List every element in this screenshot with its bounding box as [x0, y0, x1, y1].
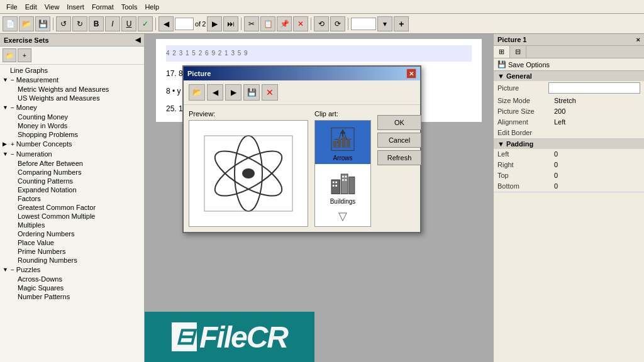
right-panel-title: Picture 1 — [497, 36, 526, 43]
delete-button[interactable]: ✕ — [293, 16, 308, 31]
clipart-thumb-arrows — [324, 123, 362, 155]
menu-view[interactable]: View — [41, 2, 64, 12]
sidebar-tool-2[interactable]: + — [18, 48, 31, 62]
check-button[interactable]: ✓ — [138, 16, 153, 31]
tree-item-gcf[interactable]: Greatest Common Factor — [0, 203, 144, 212]
menu-format[interactable]: Format — [88, 2, 118, 12]
menu-edit[interactable]: Edit — [21, 2, 41, 12]
tree-item-metric[interactable]: Metric Weights and Measures — [0, 85, 144, 94]
tree-cat-puzzles[interactable]: ▼ − Puzzles — [0, 265, 144, 275]
forward-button[interactable]: ▶ — [207, 16, 222, 31]
tree-item-lcm[interactable]: Lowest Common Multiple — [0, 212, 144, 221]
tree-item-magic-squares[interactable]: Magic Squares — [0, 283, 144, 292]
open-button[interactable]: 📂 — [19, 16, 34, 31]
watermark-text: ⊟ FileCR — [172, 320, 287, 354]
bold-button[interactable]: B — [89, 16, 104, 31]
dialog-save-button[interactable]: 💾 — [243, 84, 260, 101]
tree-item-expanded[interactable]: Expanded Notation — [0, 185, 144, 194]
tree-item-num-patterns[interactable]: Number Patterns — [0, 292, 144, 301]
tree-item-counting-patterns[interactable]: Counting Patterns — [0, 177, 144, 185]
prop-pad-top-value: 0 — [554, 172, 640, 179]
sidebar-tools: 📁 + — [0, 47, 144, 65]
prop-picture-input[interactable] — [548, 82, 640, 94]
dialog-refresh-button[interactable]: Refresh — [377, 150, 421, 165]
tree-item-money-words[interactable]: Money in Words — [0, 121, 144, 130]
svg-rect-18 — [333, 181, 335, 183]
italic-button[interactable]: I — [105, 16, 120, 31]
main-layout: Exercise Sets ◀ 📁 + Line Graphs ▼ − Meas… — [0, 34, 644, 362]
cat-icon-money: − — [11, 104, 14, 111]
svg-rect-24 — [342, 179, 344, 181]
toolbar-sep-2 — [155, 18, 156, 30]
zoom-dropdown-button[interactable]: ▾ — [377, 16, 392, 31]
paste-button[interactable]: 📌 — [277, 16, 292, 31]
tree-item-linegraphs[interactable]: Line Graphs — [0, 66, 144, 75]
clipart-list[interactable]: Arrows — [314, 120, 371, 227]
new-button[interactable]: 📄 — [3, 16, 18, 31]
prop-sizemode-label: Size Mode — [497, 97, 554, 104]
right-panel-close-icon[interactable]: × — [636, 36, 640, 43]
menu-help[interactable]: Help — [141, 2, 163, 12]
tree-item-factors[interactable]: Factors — [0, 194, 144, 203]
undo-button[interactable]: ↺ — [56, 16, 71, 31]
menu-file[interactable]: File — [3, 2, 21, 12]
tree-item-shopping[interactable]: Shopping Problems — [0, 130, 144, 139]
tab-properties[interactable]: ⊞ — [494, 46, 510, 58]
copy-button[interactable]: 📋 — [260, 16, 275, 31]
tab-extra[interactable]: ⊟ — [510, 46, 526, 58]
redo-button[interactable]: ↻ — [72, 16, 87, 31]
svg-rect-14 — [347, 138, 350, 147]
dialog-open-button[interactable]: 📂 — [189, 84, 205, 101]
tree-cat-money[interactable]: ▼ − Money — [0, 102, 144, 112]
tree-item-counting-money[interactable]: Counting Money — [0, 112, 144, 121]
tree-item-bab[interactable]: Before After Between — [0, 159, 144, 168]
tree-item-across-downs[interactable]: Across-Downs — [0, 275, 144, 283]
tree-cat-numeration[interactable]: ▼ − Numeration — [0, 149, 144, 159]
tree-cat-numconcepts[interactable]: ▶ + Number Concepts — [0, 139, 144, 149]
svg-rect-23 — [345, 175, 347, 177]
dialog-cancel-button[interactable]: Cancel — [377, 133, 421, 148]
page-current-input[interactable]: 1 — [175, 18, 194, 30]
tree-item-prime[interactable]: Prime Numbers — [0, 247, 144, 256]
back-button[interactable]: ◀ — [158, 16, 174, 31]
sidebar-collapse-icon[interactable]: ◀ — [135, 36, 140, 44]
tree-item-rounding[interactable]: Rounding Numbers — [0, 256, 144, 265]
zoom-input[interactable]: 66% — [351, 18, 376, 30]
dialog-ok-button[interactable]: OK — [377, 115, 421, 130]
redo2-button[interactable]: ⟳ — [330, 16, 345, 31]
save-button[interactable]: 💾 — [35, 16, 50, 31]
dialog-close-button[interactable]: ✕ — [406, 69, 416, 79]
underline-button[interactable]: U — [121, 16, 136, 31]
undo2-button[interactable]: ⟲ — [314, 16, 329, 31]
right-panel-save[interactable]: 💾 Save Options — [494, 58, 644, 71]
dialog-delete-button[interactable]: ✕ — [262, 84, 278, 101]
clipart-name-buildings: Buildings — [318, 198, 368, 205]
right-panel: Picture 1 × ⊞ ⊟ 💾 Save Options ▼ General… — [493, 34, 644, 362]
menu-insert[interactable]: Insert — [63, 2, 88, 12]
sidebar-tool-1[interactable]: 📁 — [3, 48, 16, 62]
tree-item-ordering[interactable]: Ordering Numbers — [0, 229, 144, 238]
cut-button[interactable]: ✂ — [244, 16, 259, 31]
prop-pad-bottom-value: 0 — [554, 182, 640, 190]
svg-rect-21 — [335, 185, 337, 187]
cat-label-numconcepts: Number Concepts — [16, 140, 72, 148]
tree-item-comparing[interactable]: Comparing Numbers — [0, 168, 144, 177]
tree-item-place-value[interactable]: Place Value — [0, 238, 144, 247]
tree-item-us-weights[interactable]: US Weights and Measures — [0, 94, 144, 102]
zoom-in-button[interactable]: + — [394, 16, 409, 31]
dialog-forward-button[interactable]: ▶ — [225, 84, 242, 101]
dialog-back-button[interactable]: ◀ — [207, 84, 223, 101]
tree-item-multiples[interactable]: Multiples — [0, 221, 144, 229]
clipart-item-arrows[interactable]: Arrows — [315, 121, 370, 164]
prop-pad-right-row: Right 0 — [494, 160, 644, 170]
prop-padding-collapse[interactable]: ▼ — [497, 140, 504, 148]
cat-icon-measurement: − — [11, 77, 14, 84]
menu-tools[interactable]: Tools — [118, 2, 142, 12]
clipart-item-buildings[interactable]: Buildings — [315, 164, 370, 207]
prop-general-collapse[interactable]: ▼ — [497, 72, 504, 80]
svg-rect-17 — [349, 177, 355, 194]
clipart-item-more[interactable]: ▽ — [315, 207, 370, 225]
svg-rect-19 — [335, 181, 337, 183]
tree-cat-measurement[interactable]: ▼ − Measurement — [0, 75, 144, 85]
last-button[interactable]: ⏭ — [223, 16, 238, 31]
